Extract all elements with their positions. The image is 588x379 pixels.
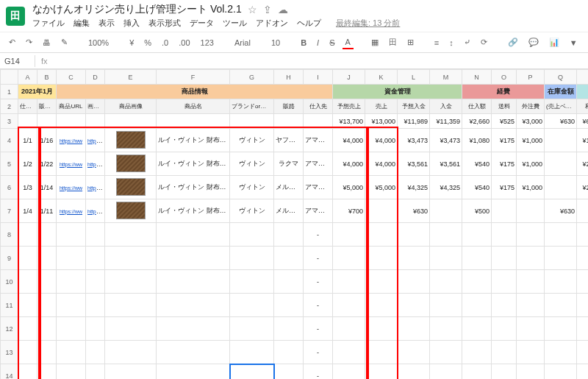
product-url-link[interactable]: https://ww [60,209,82,214]
menu-tools[interactable]: ツール [223,18,247,29]
product-image [116,178,146,196]
redo-button[interactable]: ↷ [23,36,35,49]
column-subheader: 売上 [365,99,398,114]
section-expense: 経費 [462,85,545,99]
menu-edit[interactable]: 編集 [74,18,90,29]
column-subheader: 仕入日 [18,99,37,114]
menu-insert[interactable]: 挿入 [123,18,140,29]
font-size-select[interactable]: 10 [268,37,283,49]
column-subheader: 仕入先 [304,99,333,114]
fx-label: fx [35,55,54,67]
column-subheader: 利益 [577,99,589,114]
menu-bar: ファイル 編集 表示 挿入 表示形式 データ ツール アドオン ヘルプ 最終編集… [32,18,400,29]
col-header[interactable]: G [230,70,274,85]
col-header[interactable]: O [492,70,517,85]
functions-button[interactable]: Σ [585,37,588,49]
halign-button[interactable]: ≡ [431,37,442,49]
percent-button[interactable]: % [141,37,154,49]
col-header[interactable]: H [274,70,304,85]
image-url-link[interactable]: https://i [87,184,104,191]
name-box[interactable]: G14 [0,55,35,67]
valign-button[interactable]: ↕ [446,37,456,49]
bold-button[interactable]: B [298,37,309,49]
col-header[interactable]: E [105,70,157,85]
image-url-link[interactable]: https://i [87,208,104,215]
section-date: 2021年1月 [18,85,57,99]
comment-button[interactable]: 💬 [526,36,542,49]
col-header[interactable]: F [157,70,230,85]
cloud-icon[interactable]: ☁ [278,4,288,15]
filter-button[interactable]: ▼ [567,37,581,49]
section-stock: 在庫金額 [545,85,577,99]
menu-format[interactable]: 表示形式 [148,18,181,29]
col-header[interactable]: M [430,70,462,85]
sheets-logo: 田 [6,7,25,26]
italic-button[interactable]: I [314,37,322,49]
paint-format-button[interactable]: ✎ [58,36,71,49]
menu-view[interactable]: 表示 [98,18,115,29]
product-url-link[interactable]: https://ww [60,162,82,167]
chart-button[interactable]: 📊 [546,36,562,49]
fill-color-button[interactable]: ▦ [368,36,381,49]
col-header[interactable] [1,70,18,85]
product-url-link[interactable]: https://ww [60,185,82,191]
menu-data[interactable]: データ [190,18,214,29]
rotate-button[interactable]: ⟳ [478,36,490,49]
column-subheader: 販売日 [37,99,57,114]
product-image [116,155,146,172]
menu-help[interactable]: ヘルプ [297,18,321,29]
column-subheader: 商品名 [157,99,230,114]
move-icon[interactable]: ⇪ [263,4,272,15]
link-button[interactable]: 🔗 [505,36,521,49]
product-url-link[interactable]: https://ww [60,138,82,144]
last-edit-link[interactable]: 最終編集: 13 分前 [336,18,400,29]
col-header[interactable]: B [37,70,57,85]
column-subheader: 入金 [430,99,462,114]
col-header[interactable]: P [517,70,545,85]
col-header[interactable]: K [365,70,398,85]
decrease-decimal-button[interactable]: .0 [159,37,171,49]
wrap-button[interactable]: ⤶ [461,36,473,49]
undo-button[interactable]: ↶ [6,36,18,49]
column-subheader: 外注費 [517,99,545,114]
col-header[interactable]: R [577,70,589,85]
product-image [116,202,146,219]
image-url-link[interactable]: https://i [87,137,104,144]
toolbar: ↶ ↷ 🖶 ✎ 100% ¥ % .0 .00 123 Arial 10 B I… [0,32,588,53]
currency-button[interactable]: ¥ [126,37,137,49]
doc-title[interactable]: なかけんオリジン売り上げ管理シート Vol.2.1 [32,3,242,16]
col-header[interactable]: I [304,70,333,85]
text-color-button[interactable]: A [343,36,354,49]
column-subheader: 予想入金 [398,99,430,114]
section-product: 商品情報 [57,85,333,99]
col-header[interactable]: Q [545,70,577,85]
formula-bar: G14 fx [0,53,588,69]
merge-button[interactable]: ⊞ [404,36,417,49]
column-subheader: 仕入額 [462,99,492,114]
col-header[interactable]: J [333,70,365,85]
strikethrough-button[interactable]: S [326,37,337,49]
selected-cell[interactable] [230,364,274,380]
more-formats-button[interactable]: 123 [198,37,217,49]
menu-addons[interactable]: アドオン [256,18,288,29]
section-profit: 利益 [577,85,589,99]
font-select[interactable]: Arial [232,37,254,49]
app-header: 田 なかけんオリジン売り上げ管理シート Vol.2.1 ☆ ⇪ ☁ ファイル 編… [0,0,588,32]
product-image [116,131,146,149]
column-subheader: 予想売上 [333,99,365,114]
print-button[interactable]: 🖶 [40,37,54,49]
image-url-link[interactable]: https://i [87,160,104,168]
increase-decimal-button[interactable]: .00 [176,37,193,49]
star-icon[interactable]: ☆ [248,4,257,15]
col-header[interactable]: N [462,70,492,85]
column-subheader: 商品URL [57,99,86,114]
borders-button[interactable]: 田 [386,35,400,49]
column-subheader: 商品画像 [105,99,157,114]
spreadsheet-grid[interactable]: ABCDEFGHIJKLMNOPQRS 12021年1月商品情報資金管理経費在庫… [0,69,588,379]
col-header[interactable]: L [398,70,430,85]
col-header[interactable]: C [57,70,86,85]
col-header[interactable]: D [86,70,105,85]
zoom-select[interactable]: 100% [85,37,112,49]
col-header[interactable]: A [18,70,37,85]
menu-file[interactable]: ファイル [32,18,65,29]
